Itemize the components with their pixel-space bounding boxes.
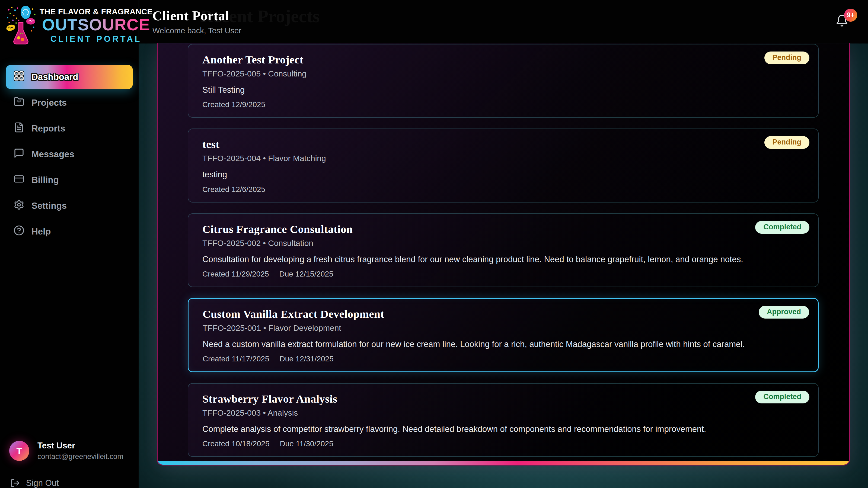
sidebar-item-label: Projects: [31, 98, 67, 108]
sidebar-item-label: Help: [31, 226, 51, 237]
project-card[interactable]: Pending test TFFO-2025-004 • Flavor Matc…: [188, 129, 818, 202]
project-card[interactable]: Pending Another Test Project TFFO-2025-0…: [188, 44, 818, 118]
project-due-date: Due 11/30/2025: [280, 440, 333, 448]
page-title: Client Portal: [152, 8, 241, 24]
project-title: Another Test Project: [203, 54, 804, 66]
project-card[interactable]: Completed Strawberry Flavor Analysis TFF…: [188, 383, 818, 457]
project-due-date: Due 12/15/2025: [279, 270, 333, 279]
help-icon: [13, 225, 24, 238]
panel-gradient-bar: [158, 461, 849, 465]
sidebar-item-billing[interactable]: Billing: [6, 168, 133, 192]
logo-line1: THE FLAVOR & FRAGRANCE: [40, 8, 152, 16]
project-created-date: Created 10/18/2025: [203, 440, 270, 448]
project-title: Strawberry Flavor Analysis: [203, 393, 804, 405]
dashboard-icon: [13, 70, 24, 84]
sidebar-item-label: Billing: [31, 175, 59, 185]
project-title: test: [203, 138, 804, 151]
status-badge: Pending: [764, 136, 810, 149]
project-card[interactable]: Approved Custom Vanilla Extract Developm…: [188, 298, 818, 372]
project-created-date: Created 11/17/2025: [203, 355, 269, 363]
project-dates: Created 11/17/2025 Due 12/31/2025: [203, 355, 804, 363]
log-out-icon: [10, 478, 20, 488]
folder-icon: [13, 96, 24, 109]
message-icon: [13, 148, 24, 161]
project-description: Consultation for developing a fresh citr…: [203, 254, 804, 264]
project-description: Still Testing: [203, 85, 804, 95]
flask-molecules-icon: [5, 5, 37, 46]
project-meta: TFFO-2025-005 • Consulting: [203, 69, 804, 78]
sidebar-item-help[interactable]: Help: [6, 220, 133, 243]
status-badge: Approved: [759, 306, 809, 319]
sign-out-label: Sign Out: [26, 478, 59, 488]
sidebar-item-projects[interactable]: Projects: [6, 91, 133, 115]
sidebar-item-label: Messages: [31, 149, 74, 159]
status-badge: Completed: [755, 391, 809, 403]
avatar: T: [9, 441, 29, 461]
sidebar-nav: Dashboard Projects Reports Messages Bill…: [0, 48, 138, 243]
header: Recent Projects Client Portal Welcome ba…: [139, 0, 868, 43]
project-title: Custom Vanilla Extract Development: [203, 308, 804, 320]
sidebar-item-settings[interactable]: Settings: [6, 194, 133, 218]
billing-icon: [13, 173, 24, 187]
user-email: contact@greenevilleit.com: [37, 453, 123, 461]
project-created-date: Created 11/29/2025: [203, 270, 269, 279]
welcome-text: Welcome back, Test User: [152, 26, 241, 35]
main-area: Recent Projects Client Portal Welcome ba…: [139, 0, 868, 488]
project-description: Complete analysis of competitor strawber…: [203, 424, 804, 434]
project-dates: Created 11/29/2025 Due 12/15/2025: [203, 270, 804, 279]
project-description: testing: [203, 169, 804, 180]
project-description: Need a custom vanilla extract formulatio…: [203, 339, 804, 349]
project-meta: TFFO-2025-001 • Flavor Development: [203, 323, 804, 333]
settings-icon: [13, 199, 24, 212]
sidebar-item-label: Settings: [31, 201, 67, 211]
sidebar-item-dashboard[interactable]: Dashboard: [6, 65, 133, 89]
sign-out-button[interactable]: Sign Out: [9, 478, 129, 488]
report-icon: [13, 122, 24, 135]
project-due-date: Due 12/31/2025: [279, 355, 333, 363]
project-meta: TFFO-2025-002 • Consultation: [203, 238, 804, 248]
project-dates: Created 10/18/2025 Due 11/30/2025: [203, 440, 804, 448]
sidebar: THE FLAVOR & FRAGRANCE OUTSOURCE CLIENT …: [0, 0, 139, 488]
logo-line2: OUTSOURCE: [40, 16, 152, 34]
project-meta: TFFO-2025-003 • Analysis: [203, 408, 804, 418]
project-card[interactable]: Completed Citrus Fragrance Consultation …: [188, 214, 818, 287]
brand-logo: THE FLAVOR & FRAGRANCE OUTSOURCE CLIENT …: [0, 0, 138, 48]
projects-panel: Pending Another Test Project TFFO-2025-0…: [157, 43, 850, 465]
status-badge: Completed: [755, 221, 809, 234]
project-created-date: Created 12/6/2025: [203, 185, 265, 194]
user-name: Test User: [37, 441, 123, 451]
sidebar-item-label: Dashboard: [31, 72, 78, 82]
sidebar-item-label: Reports: [31, 123, 65, 134]
sidebar-user-section: T Test User contact@greenevilleit.com Si…: [0, 430, 138, 488]
sidebar-item-messages[interactable]: Messages: [6, 142, 133, 166]
logo-line3: CLIENT PORTAL: [40, 34, 152, 43]
project-meta: TFFO-2025-004 • Flavor Matching: [203, 154, 804, 163]
project-dates: Created 12/9/2025: [203, 100, 804, 109]
project-created-date: Created 12/9/2025: [203, 100, 265, 109]
notification-count-badge: 9+: [844, 9, 857, 22]
notifications-button[interactable]: 9+: [835, 14, 849, 29]
sidebar-item-reports[interactable]: Reports: [6, 117, 133, 140]
project-card-list: Pending Another Test Project TFFO-2025-0…: [158, 43, 849, 457]
project-dates: Created 12/6/2025: [203, 185, 804, 194]
status-badge: Pending: [764, 52, 810, 64]
project-title: Citrus Fragrance Consultation: [203, 223, 804, 235]
